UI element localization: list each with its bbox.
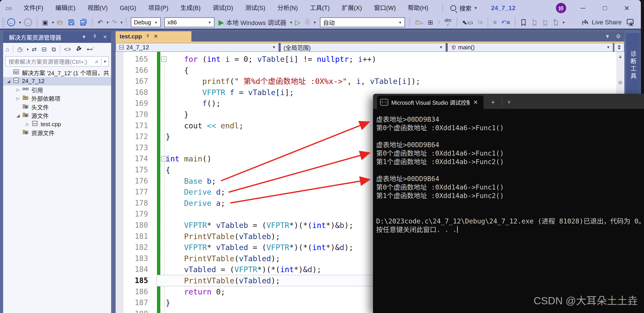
search-options-caret-icon[interactable]: ▼	[101, 58, 108, 65]
console-tab-close-icon[interactable]: ✕	[473, 99, 478, 106]
menu-item-window[interactable]: 窗口(W)	[368, 0, 402, 16]
debugger-caret-icon[interactable]: ▼	[290, 20, 293, 24]
live-share-label[interactable]: Live Share	[591, 19, 624, 26]
toggle-bookmark-icon[interactable]	[518, 18, 529, 26]
tree-item--[interactable]: 资源文件	[3, 129, 111, 137]
menu-item-file[interactable]: 文件(F)	[18, 0, 49, 16]
properties-icon[interactable]	[74, 46, 84, 53]
tree-item--[interactable]: ▷引用	[3, 86, 111, 94]
console-tab[interactable]: C:\ Microsoft Visual Studio 调试控制台 ✕	[377, 96, 484, 109]
split-editor-button[interactable]: ⇕	[614, 43, 624, 52]
expander-icon[interactable]: ▷	[15, 87, 22, 92]
tree-item--24_7_12-1-1-[interactable]: ⋈解决方案 '24_7_12' (1 个项目，共 1 个项目)	[3, 68, 111, 77]
navigate-forward-icon[interactable]: →	[22, 18, 34, 26]
platform-dropdown[interactable]: x86▼	[164, 17, 214, 27]
expander-icon[interactable]: ▷	[24, 122, 31, 127]
switch-views-icon[interactable]: ⇄	[29, 46, 39, 53]
tree-item--[interactable]: ▷外部依赖项	[3, 94, 111, 103]
expander-icon[interactable]: ▷	[15, 96, 22, 101]
scroll-up-arrow-icon[interactable]: ▲	[616, 54, 624, 59]
pending-changes-filter-icon[interactable]: ◷	[15, 46, 25, 53]
redo-caret-icon[interactable]: ▼	[120, 20, 123, 24]
undo-caret-icon[interactable]: ▼	[106, 20, 109, 24]
save-icon[interactable]	[65, 18, 77, 26]
new-item-icon[interactable]: ▣	[40, 19, 50, 26]
expander-icon[interactable]: ◢	[5, 79, 12, 84]
menu-item-extensions[interactable]: 扩展(X)	[336, 0, 368, 16]
title-search-box[interactable]: 搜索 ▼	[442, 3, 478, 12]
save-all-icon[interactable]	[77, 18, 90, 26]
diagnostic-tools-tab[interactable]: 诊断工具	[626, 33, 640, 98]
outdent-icon[interactable]: ↶≡	[499, 19, 512, 26]
user-avatar[interactable]: 婷	[556, 3, 566, 13]
panel-close-icon[interactable]: ✕	[103, 34, 107, 40]
menu-item-git[interactable]: Git(G)	[114, 0, 142, 16]
solution-search-box[interactable]: 搜索解决方案资源管理器(Ctrl+;) ⌕ ▼	[5, 56, 109, 67]
solution-explorer-header[interactable]: 解决方案资源管理器 ▼ ✕	[3, 31, 111, 43]
back-caret-icon[interactable]: ▼	[18, 20, 22, 24]
auto-dropdown[interactable]: 自动▼	[320, 17, 405, 27]
tab-list-caret-icon[interactable]: ▼	[605, 33, 610, 39]
bookmark-overflow-caret-icon[interactable]: ▼	[562, 20, 565, 24]
new-item-caret-icon[interactable]: ▼	[51, 20, 54, 24]
maximize-button[interactable]: □	[600, 4, 610, 12]
tab-options-gear-icon[interactable]: ⚙	[616, 33, 621, 39]
menu-item-edit[interactable]: 编辑(E)	[49, 0, 82, 16]
console-title-bar[interactable]: C:\ Microsoft Visual Studio 调试控制台 ✕ + ˅	[373, 94, 644, 109]
tab-test-cpp[interactable]: test.cpp ✕	[116, 31, 192, 41]
tree-item-test.cpp[interactable]: ▷++test.cpp	[3, 120, 111, 128]
tree-item-24_7_12[interactable]: ◢++24_7_12	[3, 77, 111, 86]
scrollbar-thumb[interactable]	[618, 81, 622, 84]
share-person-icon[interactable]	[624, 18, 636, 26]
configuration-dropdown[interactable]: Debug▼	[131, 17, 161, 27]
start-without-debugging-icon[interactable]: ▷	[293, 18, 303, 26]
minimize-button[interactable]: ─	[578, 4, 588, 12]
undo-icon[interactable]: ↶	[95, 19, 105, 26]
pin-icon[interactable]	[92, 34, 97, 40]
start-debugger-label[interactable]: 本地 Windows 调试器	[226, 18, 288, 27]
menu-item-help[interactable]: 帮助(H)	[402, 0, 434, 16]
filter-caret-icon[interactable]: ▼	[26, 48, 29, 51]
code-line-167[interactable]: 167 printf(" 第%d个虚函数地址 :0X%x->", i, vTab…	[116, 76, 616, 87]
whitespace-icon[interactable]: ⁞⁞	[435, 20, 442, 25]
home-view-icon[interactable]: ⌂	[3, 46, 12, 53]
code-line-165[interactable]: 165− for (int i = 0; vTable[i] != nullpt…	[116, 54, 616, 65]
hot-reload-icon[interactable]	[303, 18, 312, 26]
call-hierarchy-icon[interactable]: ⫶≡	[476, 19, 485, 26]
code-line-166[interactable]: 166 {	[116, 65, 616, 76]
spell-check-icon[interactable]: abc✓	[442, 18, 454, 27]
console-dropdown-icon[interactable]: ˅	[508, 96, 511, 109]
live-share-icon[interactable]	[579, 18, 591, 26]
search-caret-icon[interactable]: ▼	[474, 6, 478, 10]
menu-item-project[interactable]: 项目(P)	[142, 0, 174, 16]
close-button[interactable]: ×	[622, 3, 632, 13]
menu-item-debug[interactable]: 调试(D)	[206, 0, 239, 16]
start-debugging-icon[interactable]: ▶	[216, 18, 226, 26]
nav-project-dropdown[interactable]: ++ 24_7_12 ▼	[116, 43, 279, 52]
menu-item-analyze[interactable]: 分析(N)	[271, 0, 304, 16]
next-bookmark-icon[interactable]	[540, 18, 550, 26]
redo-icon[interactable]: ↷	[109, 19, 119, 26]
attach-process-icon[interactable]: ⬉▭	[460, 19, 476, 26]
open-file-icon[interactable]: 🗁	[54, 19, 65, 26]
menu-item-test[interactable]: 测试(S)	[239, 0, 271, 16]
ide-navigator-icon[interactable]: ⊞	[426, 19, 435, 26]
navigate-back-icon[interactable]: ←	[5, 18, 18, 26]
collapse-all-icon[interactable]: ⊟	[39, 46, 49, 53]
hot-reload-caret-icon[interactable]: ▼	[313, 20, 316, 24]
indent-icon[interactable]: ≡	[491, 19, 499, 26]
tab-pin-icon[interactable]	[146, 33, 150, 39]
prev-bookmark-icon[interactable]	[529, 18, 540, 26]
view-code-icon[interactable]: <>	[62, 46, 74, 53]
clear-bookmarks-icon[interactable]	[550, 18, 561, 26]
find-in-files-icon[interactable]: 🗀⌕	[412, 19, 426, 26]
tree-item--[interactable]: 头文件	[3, 103, 111, 111]
sync-active-document-icon[interactable]: ⧉	[49, 46, 58, 53]
nav-member-dropdown[interactable]: main() ▼	[448, 43, 613, 52]
menu-item-tools[interactable]: 工具(T)	[304, 0, 336, 16]
menu-item-view[interactable]: 视图(V)	[82, 0, 114, 16]
preview-selected-icon[interactable]: ⊷'	[84, 46, 96, 53]
tab-close-icon[interactable]: ✕	[154, 33, 158, 39]
nav-scope-dropdown[interactable]: (全局范围) ▼	[280, 43, 446, 52]
menu-item-build[interactable]: 生成(B)	[174, 0, 206, 16]
